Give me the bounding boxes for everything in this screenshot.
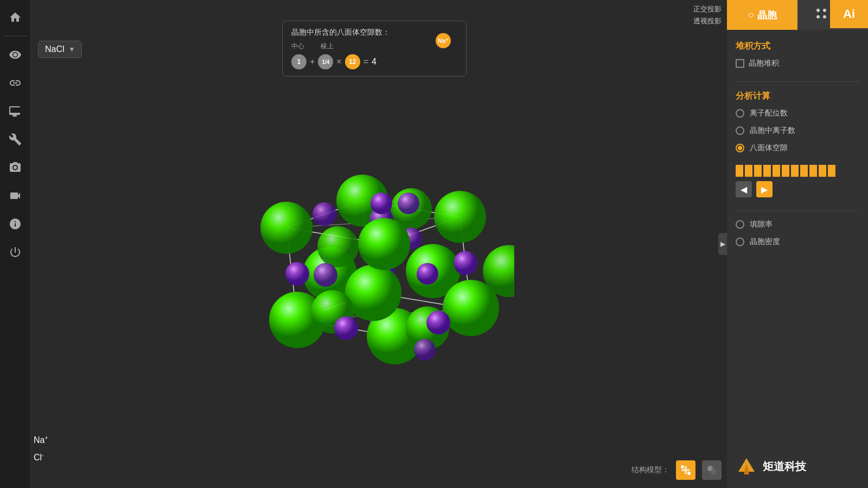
slider-bar-6 bbox=[782, 165, 789, 177]
svg-point-43 bbox=[334, 316, 358, 340]
sidebar-home-icon[interactable] bbox=[3, 5, 27, 29]
space-fill-model-btn[interactable] bbox=[702, 460, 722, 480]
na-label: Na+ bbox=[34, 435, 48, 445]
radio-octahedral-label: 八面体空隙 bbox=[750, 143, 788, 153]
info-panel: 晶胞中所含的八面体空隙数： Na⁺ 中心 棱上 1 + 1/4 × 12 = 4 bbox=[282, 21, 467, 76]
formula-op1: + bbox=[310, 57, 315, 67]
sidebar-power-icon[interactable] bbox=[3, 240, 27, 264]
svg-point-53 bbox=[681, 465, 684, 468]
stacking-label: 晶胞堆积 bbox=[749, 59, 779, 68]
bottom-bar: 结构模型： bbox=[30, 460, 722, 480]
panel-collapse-handle[interactable]: ▶ bbox=[718, 233, 727, 255]
sidebar-divider-1 bbox=[3, 36, 27, 36]
divider-1 bbox=[736, 81, 859, 82]
sidebar-tools-icon[interactable] bbox=[3, 127, 27, 151]
formula-result: 4 bbox=[372, 57, 376, 67]
svg-point-47 bbox=[358, 218, 410, 270]
slider-bar-3 bbox=[754, 165, 762, 177]
slider-bar-8 bbox=[800, 165, 808, 177]
svg-point-2 bbox=[816, 9, 820, 12]
svg-point-50 bbox=[414, 339, 436, 361]
formula-op2: × bbox=[336, 57, 341, 67]
svg-point-23 bbox=[260, 202, 312, 254]
radio-ions[interactable]: 晶胞中离子数 bbox=[736, 126, 859, 136]
projection-buttons: 正交投影 透视投影 bbox=[688, 0, 727, 30]
compound-value: NaCl bbox=[45, 44, 65, 54]
sidebar-video-icon[interactable] bbox=[3, 184, 27, 208]
slider-bar-1 bbox=[736, 165, 743, 177]
radio-packing-circle[interactable] bbox=[736, 220, 744, 229]
radio-ions-circle[interactable] bbox=[736, 126, 744, 135]
radio-octahedral-circle[interactable] bbox=[736, 144, 744, 152]
orthographic-btn[interactable]: 正交投影 bbox=[693, 3, 722, 15]
crystal-tab-icon bbox=[815, 7, 828, 23]
perspective-btn[interactable]: 透视投影 bbox=[693, 15, 722, 27]
svg-point-5 bbox=[823, 15, 826, 18]
cell-tab-icon: ○ bbox=[748, 9, 754, 21]
na-badge: Na⁺ bbox=[436, 33, 451, 48]
sidebar-camera-icon[interactable] bbox=[3, 156, 27, 179]
svg-point-44 bbox=[426, 311, 450, 335]
center-label: 中心 bbox=[291, 42, 304, 51]
svg-point-3 bbox=[823, 9, 826, 12]
crystal-visualization[interactable] bbox=[243, 103, 514, 385]
svg-point-36 bbox=[317, 226, 359, 267]
sidebar-info-icon[interactable] bbox=[3, 212, 27, 236]
svg-point-26 bbox=[312, 202, 336, 226]
formula-term2: 1/4 bbox=[318, 54, 333, 69]
info-title: 晶胞中所含的八面体空隙数： bbox=[291, 28, 457, 37]
radio-density-circle[interactable] bbox=[736, 237, 744, 246]
formula-op3: = bbox=[363, 57, 368, 67]
svg-point-4 bbox=[816, 15, 820, 18]
slider-controls: ◀ ▶ bbox=[736, 181, 859, 197]
svg-point-48 bbox=[371, 192, 392, 214]
logo-area: 矩道科技 bbox=[736, 434, 859, 477]
dropdown-arrow-icon: ▼ bbox=[69, 46, 75, 53]
svg-point-39 bbox=[443, 280, 499, 336]
formula-term3: 12 bbox=[345, 54, 360, 69]
radio-coord-label: 离子配位数 bbox=[750, 108, 788, 118]
sidebar-monitor-icon[interactable] bbox=[3, 99, 27, 123]
slider-bar-10 bbox=[819, 165, 826, 177]
slider-bar-7 bbox=[791, 165, 799, 177]
radio-coord-circle[interactable] bbox=[736, 109, 744, 118]
radio-density-label: 晶胞密度 bbox=[750, 237, 780, 247]
sidebar-view-icon[interactable] bbox=[3, 43, 27, 67]
ai-label[interactable]: Ai bbox=[830, 0, 868, 28]
formula-section: 1 + 1/4 × 12 = 4 bbox=[291, 54, 457, 69]
svg-rect-52 bbox=[685, 466, 687, 474]
stacking-checkbox-item[interactable]: 晶胞堆积 bbox=[736, 59, 859, 68]
svg-point-34 bbox=[285, 262, 309, 286]
radio-ions-label: 晶胞中离子数 bbox=[750, 126, 795, 136]
edge-label: 棱上 bbox=[321, 42, 334, 51]
ball-stick-model-btn[interactable] bbox=[676, 460, 695, 480]
cell-tab-label: 晶胞 bbox=[757, 9, 777, 22]
tab-cell[interactable]: ○ 晶胞 bbox=[727, 0, 797, 30]
svg-point-54 bbox=[687, 472, 691, 475]
radio-coord[interactable]: 离子配位数 bbox=[736, 108, 859, 118]
slider-bar-11 bbox=[828, 165, 835, 177]
slider-bar-2 bbox=[745, 165, 752, 177]
svg-point-33 bbox=[454, 251, 477, 275]
compound-selector[interactable]: NaCl ▼ bbox=[38, 41, 82, 58]
radio-octahedral-inner bbox=[738, 146, 742, 150]
slider-bar-4 bbox=[763, 165, 771, 177]
prev-arrow-btn[interactable]: ◀ bbox=[736, 181, 752, 197]
svg-point-25 bbox=[398, 192, 419, 214]
right-panel: 堆积方式 晶胞堆积 分析计算 离子配位数 晶胞中离子数 八面体空隙 bbox=[727, 30, 868, 488]
sidebar-magnet-icon[interactable] bbox=[3, 71, 27, 95]
radio-density[interactable]: 晶胞密度 bbox=[736, 237, 859, 247]
svg-point-49 bbox=[417, 263, 438, 285]
stacking-checkbox[interactable] bbox=[736, 59, 744, 68]
stacking-title: 堆积方式 bbox=[736, 41, 859, 52]
logo-text: 矩道科技 bbox=[763, 459, 806, 474]
svg-point-1 bbox=[14, 166, 17, 169]
formula-term1: 1 bbox=[291, 54, 307, 69]
radio-packing[interactable]: 填隙率 bbox=[736, 220, 859, 229]
slider-bar-9 bbox=[809, 165, 817, 177]
divider-2 bbox=[736, 210, 859, 211]
structure-label: 结构模型： bbox=[631, 465, 669, 475]
svg-point-22 bbox=[434, 191, 486, 243]
next-arrow-btn[interactable]: ▶ bbox=[756, 181, 773, 197]
radio-octahedral[interactable]: 八面体空隙 bbox=[736, 143, 859, 153]
